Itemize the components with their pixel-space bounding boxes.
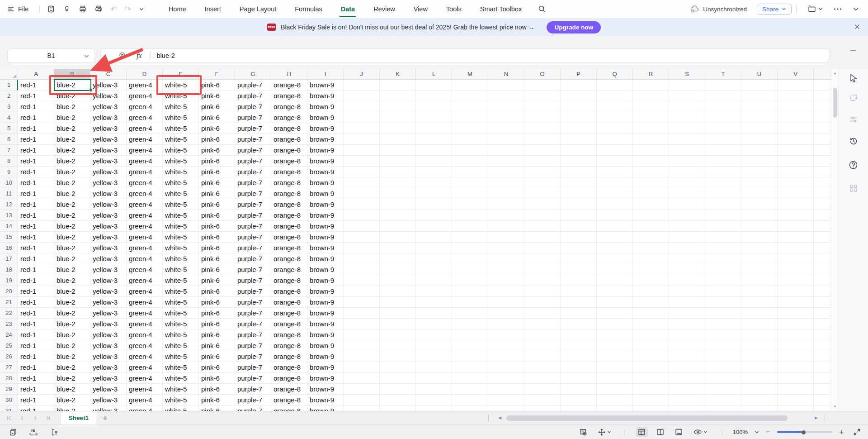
cell-R10[interactable] [633, 177, 669, 188]
row-header-31[interactable]: 31 [0, 406, 18, 411]
cell-S22[interactable] [669, 308, 705, 319]
tab-data[interactable]: Data [341, 0, 355, 18]
cell-E16[interactable]: white-5 [163, 243, 199, 253]
cell-H27[interactable]: orange-8 [271, 362, 307, 373]
cell-E7[interactable]: white-5 [163, 145, 199, 156]
cell-B27[interactable]: blue-2 [54, 362, 90, 373]
cell-G14[interactable]: purple-7 [235, 221, 271, 232]
cell-I23[interactable]: brown-9 [307, 319, 344, 329]
cell-U11[interactable] [741, 188, 778, 199]
cell-F7[interactable]: pink-6 [199, 145, 235, 156]
cell-D22[interactable]: green-4 [127, 308, 163, 319]
cell-H15[interactable]: orange-8 [271, 232, 307, 243]
cell-F2[interactable]: pink-6 [199, 91, 235, 101]
cell-L8[interactable] [416, 156, 452, 167]
cell-A20[interactable]: red-1 [18, 286, 54, 297]
cell-U1[interactable] [741, 80, 778, 91]
cell-I25[interactable]: brown-9 [307, 340, 344, 351]
file-menu[interactable]: File [18, 5, 28, 13]
cell-L22[interactable] [416, 308, 452, 319]
cell-Q8[interactable] [597, 156, 633, 167]
cell-N14[interactable] [488, 221, 524, 232]
cell-R29[interactable] [633, 384, 669, 395]
cell-R19[interactable] [633, 275, 669, 286]
cell-N30[interactable] [488, 395, 524, 406]
cell-T29[interactable] [705, 384, 741, 395]
cell-D26[interactable]: green-4 [127, 351, 163, 362]
cell-Q30[interactable] [597, 395, 633, 406]
cell-L14[interactable] [416, 221, 452, 232]
cell-H25[interactable]: orange-8 [271, 340, 307, 351]
cell-P11[interactable] [561, 188, 597, 199]
cell-C28[interactable]: yellow-3 [90, 373, 127, 384]
cell-Q7[interactable] [597, 145, 633, 156]
cell-F1[interactable]: pink-6 [199, 80, 235, 91]
cell-I3[interactable]: brown-9 [307, 101, 344, 112]
cell-K16[interactable] [380, 243, 416, 253]
cell-S9[interactable] [669, 167, 705, 177]
cell-A27[interactable]: red-1 [18, 362, 54, 373]
cell-U3[interactable] [741, 101, 778, 112]
cell-G10[interactable]: purple-7 [235, 177, 271, 188]
cell-M22[interactable] [452, 308, 488, 319]
scroll-up-icon[interactable]: ▲ [831, 71, 839, 75]
cell-D29[interactable]: green-4 [127, 384, 163, 395]
column-header-A[interactable]: A [18, 69, 54, 80]
cell-S24[interactable] [669, 329, 705, 340]
share-button[interactable]: Share [757, 4, 792, 15]
cell-I12[interactable]: brown-9 [307, 199, 344, 210]
cell-U18[interactable] [741, 264, 778, 275]
cell-L3[interactable] [416, 101, 452, 112]
cell-L9[interactable] [416, 167, 452, 177]
cell-A21[interactable]: red-1 [18, 297, 54, 308]
cell-E15[interactable]: white-5 [163, 232, 199, 243]
cell-B13[interactable]: blue-2 [54, 210, 90, 221]
cell-V30[interactable] [778, 395, 814, 406]
cell-E29[interactable]: white-5 [163, 384, 199, 395]
zoom-percentage[interactable]: 100% [733, 429, 748, 435]
row-header-5[interactable]: 5 [0, 123, 18, 134]
cell-I7[interactable]: brown-9 [307, 145, 344, 156]
row-header-11[interactable]: 11 [0, 188, 18, 199]
banner-close-icon[interactable] [854, 23, 861, 30]
first-sheet-icon[interactable] [6, 415, 12, 421]
cell-T18[interactable] [705, 264, 741, 275]
cell-N10[interactable] [488, 177, 524, 188]
cell-O2[interactable] [524, 91, 561, 101]
cell-H5[interactable]: orange-8 [271, 123, 307, 134]
cell-O15[interactable] [524, 232, 561, 243]
cell-S26[interactable] [669, 351, 705, 362]
cell-F31[interactable]: pink-6 [199, 406, 235, 411]
cell-R31[interactable] [633, 406, 669, 411]
cell-T19[interactable] [705, 275, 741, 286]
column-header-D[interactable]: D [127, 69, 163, 80]
cell-U17[interactable] [741, 253, 778, 264]
cell-D17[interactable]: green-4 [127, 253, 163, 264]
cell-F20[interactable]: pink-6 [199, 286, 235, 297]
cell-H1[interactable]: orange-8 [271, 80, 307, 91]
cell-O25[interactable] [524, 340, 561, 351]
tab-home[interactable]: Home [169, 0, 186, 18]
cell-B14[interactable]: blue-2 [54, 221, 90, 232]
add-sheet-button[interactable]: + [103, 414, 108, 422]
vertical-scrollbar[interactable]: ▲ ▼ [831, 69, 838, 411]
cell-Q24[interactable] [597, 329, 633, 340]
cell-I6[interactable]: brown-9 [307, 134, 344, 145]
row-header-29[interactable]: 29 [0, 384, 18, 395]
cell-K4[interactable] [380, 112, 416, 123]
cell-V7[interactable] [778, 145, 814, 156]
column-header-F[interactable]: F [199, 69, 235, 80]
cell-H19[interactable]: orange-8 [271, 275, 307, 286]
cell-A11[interactable]: red-1 [18, 188, 54, 199]
cell-L12[interactable] [416, 199, 452, 210]
column-header-C[interactable]: C [90, 69, 127, 80]
cell-I2[interactable]: brown-9 [307, 91, 344, 101]
cell-N8[interactable] [488, 156, 524, 167]
tab-insert[interactable]: Insert [205, 0, 221, 18]
cell-P13[interactable] [561, 210, 597, 221]
cell-C22[interactable]: yellow-3 [90, 308, 127, 319]
cell-K8[interactable] [380, 156, 416, 167]
cell-F29[interactable]: pink-6 [199, 384, 235, 395]
cell-B10[interactable]: blue-2 [54, 177, 90, 188]
cell-G6[interactable]: purple-7 [235, 134, 271, 145]
